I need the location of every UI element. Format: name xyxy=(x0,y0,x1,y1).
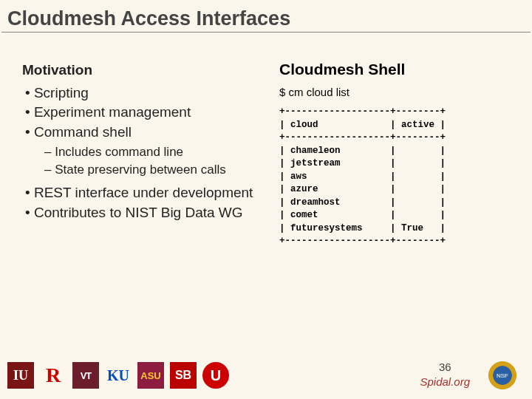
asu-logo-icon: ASU xyxy=(137,362,164,389)
list-item: Experiment management xyxy=(25,103,266,123)
stonybrook-logo-icon: SB xyxy=(170,362,197,389)
right-column: Cloudmesh Shell $ cm cloud list +-------… xyxy=(279,61,516,248)
motivation-list: Scripting Experiment management Command … xyxy=(22,83,266,143)
shell-output: +-------------------+--------+ | cloud |… xyxy=(279,106,516,248)
page-number: 36 xyxy=(420,360,470,375)
list-item: State preserving between calls xyxy=(44,161,266,179)
rutgers-logo-icon: R xyxy=(40,362,66,389)
iu-logo-icon: IU xyxy=(7,362,34,389)
vt-logo-icon: VT xyxy=(72,362,99,389)
list-item: Includes command line xyxy=(44,143,266,161)
page-title: Cloudmesh Access Interfaces xyxy=(1,0,531,33)
nsf-logo-icon: NSF xyxy=(486,359,519,392)
list-item: Contributes to NIST Big Data WG xyxy=(25,203,266,223)
motivation-heading: Motivation xyxy=(22,61,266,81)
left-column: Motivation Scripting Experiment manageme… xyxy=(22,61,266,248)
shell-command: $ cm cloud list xyxy=(279,86,516,98)
motivation-list-cont: REST interface under development Contrib… xyxy=(22,183,266,222)
ku-logo-icon: KU xyxy=(105,362,132,389)
footer: IU R VT KU ASU SB U 36 Spidal.org NSF xyxy=(7,356,525,395)
list-item: Command shell xyxy=(25,123,266,143)
site-label: Spidal.org xyxy=(420,375,470,388)
content-area: Motivation Scripting Experiment manageme… xyxy=(0,33,532,248)
list-item: REST interface under development xyxy=(25,183,266,203)
logo-strip: IU R VT KU ASU SB U xyxy=(7,362,229,389)
utah-logo-icon: U xyxy=(202,362,229,389)
motivation-sublist: Includes command line State preserving b… xyxy=(22,143,266,179)
shell-heading: Cloudmesh Shell xyxy=(279,61,516,78)
list-item: Scripting xyxy=(25,83,266,103)
page-meta: 36 Spidal.org xyxy=(420,360,470,389)
